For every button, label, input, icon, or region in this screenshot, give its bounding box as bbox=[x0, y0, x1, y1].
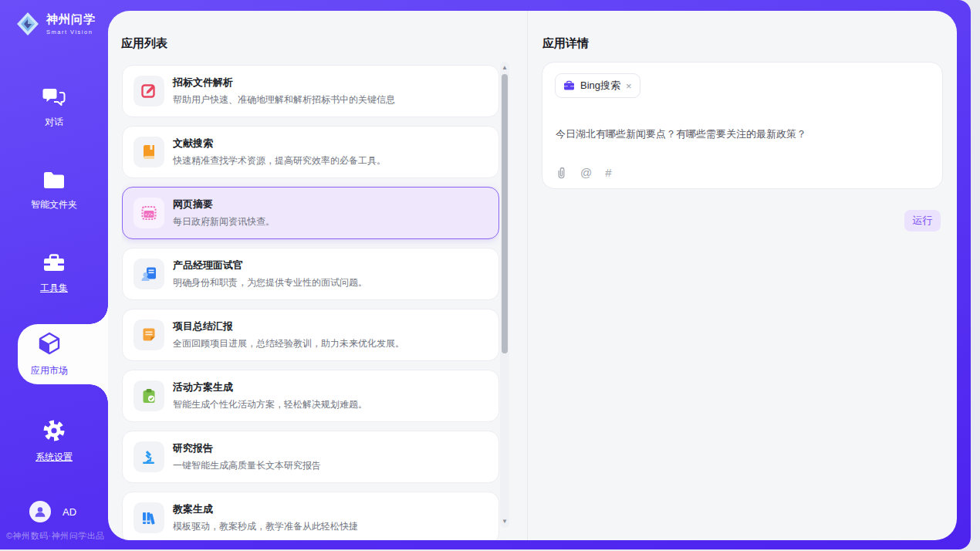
app-desc: 一键智能生成高质量长文本研究报告 bbox=[173, 459, 321, 472]
app-desc: 全面回顾项目进展，总结经验教训，助力未来优化发展。 bbox=[173, 337, 404, 350]
tool-chip-bing-search[interactable]: Bing搜索 × bbox=[555, 73, 640, 98]
scroll-up-icon[interactable]: ▲ bbox=[500, 63, 509, 73]
toolbox-icon bbox=[42, 253, 66, 276]
sidebar-item-label: 智能文件夹 bbox=[31, 198, 77, 211]
app-list: 招标文件解析 帮助用户快速、准确地理解和解析招标书中的关键信息 文献搜索 快速精… bbox=[122, 65, 499, 540]
sidebar-item-settings[interactable]: 系统设置 bbox=[0, 417, 108, 465]
scrollbar-thumb[interactable] bbox=[502, 74, 508, 353]
app-card-bid-parse[interactable]: 招标文件解析 帮助用户快速、准确地理解和解析招标书中的关键信息 bbox=[122, 65, 499, 117]
sidebar: 神州问学 Smart Vision 对话 智能文件夹 bbox=[0, 0, 108, 549]
app-card-web-summary[interactable]: </> 网页摘要 每日政府新闻资讯快查。 bbox=[122, 187, 499, 239]
sidebar-item-chat[interactable]: 对话 bbox=[0, 84, 108, 132]
app-desc: 每日政府新闻资讯快查。 bbox=[173, 215, 275, 228]
sidebar-item-label: 对话 bbox=[45, 116, 63, 129]
sidebar-item-label: 系统设置 bbox=[35, 451, 73, 464]
sidebar-item-label: 工具集 bbox=[40, 282, 68, 295]
sidebar-item-label: 应用市场 bbox=[31, 364, 68, 377]
app-card-lesson-plan[interactable]: 教案生成 模板驱动，教案秒成，教学准备从此轻松快捷 bbox=[122, 492, 499, 540]
user-name: AD bbox=[63, 506, 76, 518]
app-card-event-plan[interactable]: 活动方案生成 智能生成个性化活动方案，轻松解决规划难题。 bbox=[122, 370, 499, 422]
panel-divider bbox=[527, 11, 528, 540]
app-name: 研究报告 bbox=[173, 441, 321, 455]
app-list-title: 应用列表 bbox=[121, 36, 167, 51]
main-content: 应用列表 招标文件解析 帮助用户快速、准确地理解和解析招标书中的关键信息 bbox=[108, 11, 957, 540]
gear-icon bbox=[42, 419, 66, 445]
attachment-toolbar: @ # bbox=[556, 166, 612, 179]
app-detail-title: 应用详情 bbox=[542, 36, 589, 51]
sidebar-item-toolset[interactable]: 工具集 bbox=[0, 250, 108, 298]
cube-icon bbox=[37, 331, 62, 359]
pencil-doc-icon bbox=[133, 76, 164, 106]
app-name: 活动方案生成 bbox=[173, 380, 367, 394]
app-name: 网页摘要 bbox=[173, 198, 275, 211]
app-card-pm-interviewer[interactable]: 产品经理面试官 明确身份和职责，为您提供专业性的面试问题。 bbox=[122, 248, 499, 300]
tool-chip-label: Bing搜索 bbox=[580, 79, 620, 93]
app-name: 招标文件解析 bbox=[173, 76, 395, 90]
svg-text:</>: </> bbox=[145, 211, 154, 217]
copyright-footer: ©神州数码·神州问学出品 bbox=[6, 530, 105, 542]
app-detail-card: Bing搜索 × 今日湖北有哪些新闻要点？有哪些需要关注的最新政策？ @ # bbox=[542, 62, 943, 189]
app-desc: 明确身份和职责，为您提供专业性的面试问题。 bbox=[173, 276, 367, 289]
app-name: 项目总结汇报 bbox=[173, 319, 404, 333]
app-name: 文献搜索 bbox=[173, 137, 386, 150]
app-name: 教案生成 bbox=[173, 502, 358, 516]
books-icon bbox=[133, 502, 164, 533]
app-card-literature-search[interactable]: 文献搜索 快速精准查找学术资源，提高研究效率的必备工具。 bbox=[122, 126, 499, 178]
sidebar-item-smart-folder[interactable]: 智能文件夹 bbox=[0, 167, 108, 215]
folder-icon bbox=[42, 171, 66, 193]
brand-name: 神州问学 bbox=[46, 12, 96, 27]
close-icon[interactable]: × bbox=[626, 81, 632, 91]
user-account[interactable]: AD bbox=[29, 501, 76, 522]
microscope-icon bbox=[133, 441, 164, 472]
hash-icon[interactable]: # bbox=[605, 166, 611, 179]
app-window: 神州问学 Smart Vision 对话 智能文件夹 bbox=[0, 0, 971, 549]
briefcase-icon bbox=[563, 80, 575, 91]
book-icon bbox=[133, 137, 164, 167]
avatar bbox=[29, 501, 51, 522]
app-desc: 模板驱动，教案秒成，教学准备从此轻松快捷 bbox=[173, 520, 358, 533]
brand-diamond-icon bbox=[15, 11, 40, 37]
brand-logo: 神州问学 Smart Vision bbox=[15, 11, 96, 37]
at-icon[interactable]: @ bbox=[580, 166, 592, 179]
scroll-down-icon[interactable]: ▼ bbox=[500, 517, 509, 526]
app-name: 产品经理面试官 bbox=[173, 259, 367, 272]
person-icon bbox=[33, 505, 47, 519]
app-card-research-report[interactable]: 研究报告 一键智能生成高质量长文本研究报告 bbox=[122, 431, 499, 483]
brand-subtitle: Smart Vision bbox=[46, 29, 96, 35]
paperclip-icon[interactable] bbox=[556, 166, 567, 179]
clipboard-check-icon bbox=[133, 380, 164, 411]
app-desc: 帮助用户快速、准确地理解和解析招标书中的关键信息 bbox=[173, 93, 395, 106]
note-icon bbox=[133, 319, 164, 350]
query-input[interactable]: 今日湖北有哪些新闻要点？有哪些需要关注的最新政策？ bbox=[556, 127, 930, 141]
sidebar-item-app-market[interactable]: 应用市场 bbox=[0, 324, 108, 384]
app-desc: 快速精准查找学术资源，提高研究效率的必备工具。 bbox=[173, 154, 386, 167]
app-list-scrollbar[interactable]: ▲ ▼ bbox=[500, 62, 509, 528]
app-card-project-summary[interactable]: 项目总结汇报 全面回顾项目进展，总结经验教训，助力未来优化发展。 bbox=[122, 309, 499, 361]
interviewer-icon bbox=[133, 259, 164, 289]
run-button[interactable]: 运行 bbox=[904, 210, 941, 232]
app-desc: 智能生成个性化活动方案，轻松解决规划难题。 bbox=[173, 398, 367, 411]
chat-icon bbox=[42, 87, 66, 110]
browser-code-icon: </> bbox=[133, 198, 164, 228]
